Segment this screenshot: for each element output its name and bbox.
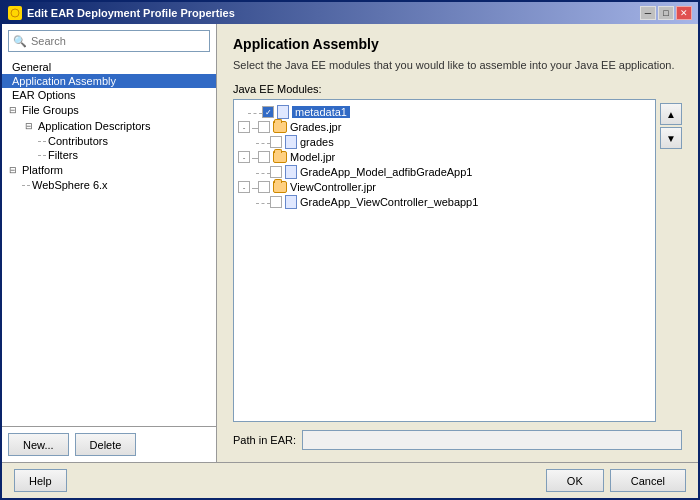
sidebar-item-platform[interactable]: ⊟ Platform: [2, 162, 216, 178]
scroll-buttons: ▲ ▼: [660, 99, 682, 422]
sidebar-item-contributors[interactable]: Contributors: [2, 134, 216, 148]
module-viewcontroller-jpr[interactable]: - ViewController.jpr: [234, 180, 655, 194]
sidebar-tree: General Application Assembly EAR Options…: [2, 58, 216, 426]
section-description: Select the Java EE modules that you woul…: [233, 58, 682, 73]
title-bar-left: Edit EAR Deployment Profile Properties: [8, 6, 235, 20]
right-panel: Application Assembly Select the Java EE …: [217, 24, 698, 462]
title-bar-buttons: ─ □ ✕: [640, 6, 692, 20]
expand-file-groups[interactable]: ⊟: [6, 103, 20, 117]
sidebar-item-filters[interactable]: Filters: [2, 148, 216, 162]
maximize-button[interactable]: □: [658, 6, 674, 20]
search-input[interactable]: [31, 35, 205, 47]
module-label-gradeapp-model: GradeApp_Model_adfibGradeApp1: [300, 166, 472, 178]
module-grades-jpr[interactable]: - Grades.jpr: [234, 120, 655, 134]
ok-button[interactable]: OK: [546, 469, 604, 492]
module-label-grades: grades: [300, 136, 334, 148]
module-grades[interactable]: grades: [234, 134, 655, 150]
module-model-jpr[interactable]: - Model.jpr: [234, 150, 655, 164]
module-label-metadata1: metadata1: [292, 106, 350, 118]
expand-platform[interactable]: ⊟: [6, 163, 20, 177]
left-panel: 🔍 General Application Assembly EA: [2, 24, 217, 462]
checkbox-gradeapp-vc[interactable]: [270, 196, 282, 208]
path-input[interactable]: [302, 430, 682, 450]
expand-model[interactable]: -: [238, 151, 250, 163]
file-icon-metadata1: [277, 105, 289, 119]
sidebar-item-app-assembly[interactable]: Application Assembly: [2, 74, 216, 88]
search-box[interactable]: 🔍: [8, 30, 210, 52]
folder-icon-model: [273, 151, 287, 163]
checkbox-grades[interactable]: [270, 136, 282, 148]
search-icon: 🔍: [13, 35, 27, 48]
path-label: Path in EAR:: [233, 434, 296, 446]
section-title: Application Assembly: [233, 36, 682, 52]
title-bar: Edit EAR Deployment Profile Properties ─…: [2, 2, 698, 24]
bottom-bar: Help OK Cancel: [2, 462, 698, 498]
modules-tree[interactable]: ✓ metadata1 - Grades.jpr: [233, 99, 656, 422]
content-area: 🔍 General Application Assembly EA: [2, 24, 698, 462]
sidebar-item-general[interactable]: General: [2, 60, 216, 74]
help-button[interactable]: Help: [14, 469, 67, 492]
module-label-gradeapp-vc: GradeApp_ViewController_webapp1: [300, 196, 478, 208]
file-icon-gradeapp-model: [285, 165, 297, 179]
modules-label: Java EE Modules:: [233, 83, 682, 95]
app-icon: [8, 6, 22, 20]
file-icon-grades: [285, 135, 297, 149]
checkbox-metadata1[interactable]: ✓: [262, 106, 274, 118]
new-button[interactable]: New...: [8, 433, 69, 456]
window-title: Edit EAR Deployment Profile Properties: [27, 7, 235, 19]
file-icon-gradeapp-vc: [285, 195, 297, 209]
folder-icon-viewcontroller: [273, 181, 287, 193]
expand-app-descriptors[interactable]: ⊟: [22, 119, 36, 133]
ok-cancel-buttons: OK Cancel: [546, 469, 686, 492]
expand-viewcontroller[interactable]: -: [238, 181, 250, 193]
sidebar-item-file-groups[interactable]: ⊟ File Groups: [2, 102, 216, 118]
checkbox-grades-jpr[interactable]: [258, 121, 270, 133]
checkbox-viewcontroller-jpr[interactable]: [258, 181, 270, 193]
sidebar-item-ear-options[interactable]: EAR Options: [2, 88, 216, 102]
sidebar-item-websphere[interactable]: WebSphere 6.x: [2, 178, 216, 192]
folder-icon-grades: [273, 121, 287, 133]
module-metadata1[interactable]: ✓ metadata1: [234, 104, 655, 120]
close-button[interactable]: ✕: [676, 6, 692, 20]
expand-grades[interactable]: -: [238, 121, 250, 133]
sidebar-item-app-descriptors[interactable]: ⊟ Application Descriptors: [2, 118, 216, 134]
module-label-model-jpr: Model.jpr: [290, 151, 335, 163]
main-window: Edit EAR Deployment Profile Properties ─…: [0, 0, 700, 500]
left-bottom-buttons: New... Delete: [2, 426, 216, 462]
module-label-grades-jpr: Grades.jpr: [290, 121, 341, 133]
module-gradeapp-vc[interactable]: GradeApp_ViewController_webapp1: [234, 194, 655, 210]
scroll-up-button[interactable]: ▲: [660, 103, 682, 125]
module-gradeapp-model[interactable]: GradeApp_Model_adfibGradeApp1: [234, 164, 655, 180]
scroll-down-button[interactable]: ▼: [660, 127, 682, 149]
cancel-button[interactable]: Cancel: [610, 469, 686, 492]
minimize-button[interactable]: ─: [640, 6, 656, 20]
checkbox-gradeapp-model[interactable]: [270, 166, 282, 178]
modules-row: ✓ metadata1 - Grades.jpr: [233, 99, 682, 422]
svg-point-0: [11, 9, 19, 17]
module-label-viewcontroller-jpr: ViewController.jpr: [290, 181, 376, 193]
checkbox-model-jpr[interactable]: [258, 151, 270, 163]
path-row: Path in EAR:: [233, 430, 682, 450]
delete-button[interactable]: Delete: [75, 433, 137, 456]
